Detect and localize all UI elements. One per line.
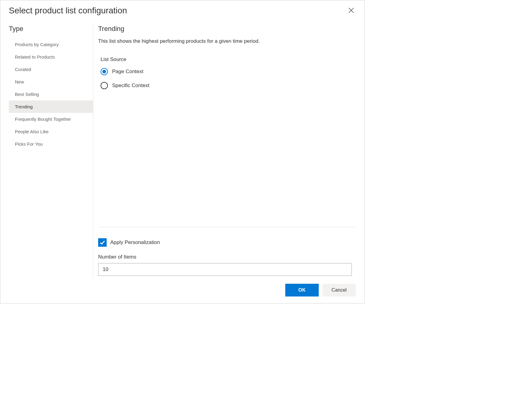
bottom-section: Apply Personalization Number of Items bbox=[98, 227, 356, 278]
sidebar-list: Products by Category Related to Products… bbox=[9, 38, 93, 150]
checkmark-icon bbox=[100, 240, 105, 245]
sidebar-heading: Type bbox=[9, 25, 93, 38]
sidebar-item-curated[interactable]: Curated bbox=[9, 63, 93, 76]
radio-option-specific-context[interactable]: Specific Context bbox=[101, 82, 356, 89]
list-source-radio-group: Page Context Specific Context bbox=[101, 68, 356, 96]
radio-option-page-context[interactable]: Page Context bbox=[101, 68, 356, 75]
list-source-label: List Source bbox=[101, 56, 356, 63]
radio-label: Page Context bbox=[112, 69, 143, 75]
radio-circle-icon bbox=[101, 68, 108, 75]
sidebar-item-new[interactable]: New bbox=[9, 76, 93, 88]
cancel-button[interactable]: Cancel bbox=[322, 284, 356, 296]
main-description: This list shows the highest performing p… bbox=[98, 38, 356, 44]
number-of-items-label: Number of Items bbox=[98, 254, 356, 260]
close-button[interactable] bbox=[347, 6, 356, 16]
main-panel: Trending This list shows the highest per… bbox=[93, 25, 356, 278]
dialog-body: Type Products by Category Related to Pro… bbox=[0, 19, 364, 278]
radio-circle-icon bbox=[101, 82, 108, 89]
radio-label: Specific Context bbox=[112, 83, 149, 89]
dialog-header: Select product list configuration bbox=[0, 0, 364, 19]
spacer bbox=[98, 96, 356, 227]
main-heading: Trending bbox=[98, 25, 356, 33]
sidebar-item-products-by-category[interactable]: Products by Category bbox=[9, 38, 93, 51]
sidebar-item-people-also-like[interactable]: People Also Like bbox=[9, 125, 93, 138]
dialog-footer: OK Cancel bbox=[0, 278, 364, 303]
dialog-select-product-list-configuration: Select product list configuration Type P… bbox=[0, 0, 365, 303]
checkbox-box bbox=[98, 238, 107, 247]
dialog-title: Select product list configuration bbox=[9, 6, 127, 15]
sidebar-item-related-to-products[interactable]: Related to Products bbox=[9, 51, 93, 63]
sidebar-item-best-selling[interactable]: Best Selling bbox=[9, 88, 93, 100]
sidebar-item-trending[interactable]: Trending bbox=[9, 100, 93, 113]
checkbox-apply-personalization[interactable]: Apply Personalization bbox=[98, 238, 356, 247]
sidebar-item-frequently-bought-together[interactable]: Frequently Bought Together bbox=[9, 113, 93, 125]
number-of-items-input[interactable] bbox=[98, 263, 352, 276]
sidebar-type: Type Products by Category Related to Pro… bbox=[9, 25, 93, 278]
checkbox-label: Apply Personalization bbox=[110, 239, 160, 246]
close-icon bbox=[348, 8, 354, 13]
radio-inner-dot-icon bbox=[102, 70, 106, 73]
sidebar-item-picks-for-you[interactable]: Picks For You bbox=[9, 138, 93, 150]
ok-button[interactable]: OK bbox=[285, 284, 319, 296]
